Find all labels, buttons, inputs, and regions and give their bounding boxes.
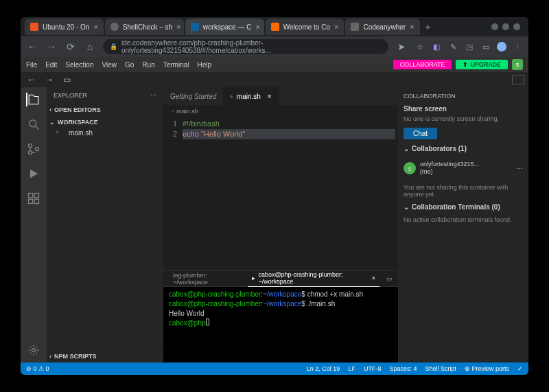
- lock-icon: 🔒: [110, 43, 117, 50]
- menu-help[interactable]: Help: [198, 61, 212, 69]
- share-status: No one is currently screen sharing.: [404, 115, 523, 122]
- svg-point-8: [32, 349, 36, 352]
- problems-status[interactable]: ⊘ 0 ⚠ 0: [26, 365, 49, 372]
- terminal-icon: ▸: [252, 275, 255, 281]
- menu-file[interactable]: File: [26, 61, 37, 69]
- close-icon[interactable]: ×: [93, 23, 97, 31]
- maximize-icon[interactable]: [502, 23, 509, 30]
- extensions-icon[interactable]: [27, 192, 40, 205]
- browser-tab[interactable]: Ubuntu 20 - On×: [25, 19, 104, 35]
- editor-area: Getting Started ▫main.sh× ▫main.sh 12 #!…: [163, 87, 398, 362]
- browser-tab[interactable]: ShellCheck – sh×: [105, 19, 184, 35]
- close-icon[interactable]: ×: [372, 275, 375, 281]
- menu-terminal[interactable]: Terminal: [163, 61, 189, 69]
- more-icon[interactable]: ⋯: [516, 165, 523, 172]
- chat-button[interactable]: Chat: [404, 128, 437, 139]
- svg-point-1: [29, 144, 32, 148]
- forward-button[interactable]: →: [45, 41, 58, 53]
- close-icon[interactable]: ×: [410, 23, 414, 31]
- svg-rect-6: [29, 199, 33, 203]
- upgrade-button[interactable]: ⬆UPGRADE: [456, 60, 508, 69]
- browser-tab-strip: Ubuntu 20 - On× ShellCheck – sh× workspa…: [21, 17, 528, 36]
- favicon-icon: [351, 23, 359, 31]
- user-name: onlyfortesting43215...(me): [420, 161, 479, 176]
- close-icon[interactable]: ×: [176, 23, 180, 31]
- url-text: ide.codeanywhere.com/php-crashing-plumbe…: [121, 39, 382, 54]
- indent-status[interactable]: Spaces: 4: [389, 365, 417, 372]
- collab-terminals-section[interactable]: ⌄Collaboration Terminals (0): [404, 203, 523, 211]
- language-status[interactable]: Shell Script: [425, 365, 456, 372]
- shell-file-icon: ▫: [230, 93, 233, 100]
- close-icon[interactable]: ×: [334, 23, 338, 31]
- new-tab-button[interactable]: +: [421, 20, 435, 34]
- url-input[interactable]: 🔒 ide.codeanywhere.com/php-crashing-plum…: [103, 39, 388, 54]
- editor-tab[interactable]: Getting Started: [163, 87, 223, 105]
- nav-forward-icon[interactable]: →: [43, 75, 56, 84]
- close-window-icon[interactable]: [513, 23, 520, 30]
- sidebar-toggle-icon[interactable]: ▭: [60, 75, 73, 84]
- reload-button[interactable]: ⟳: [65, 41, 77, 53]
- collaborator-row: s onlyfortesting43215...(me) ⋯: [404, 158, 523, 178]
- source-control-icon[interactable]: [27, 142, 40, 156]
- extension-icon[interactable]: ◧: [431, 41, 442, 52]
- code-editor[interactable]: 12 #!/bin/bash echo "Hello World": [163, 117, 398, 270]
- open-editors-section[interactable]: ›OPEN EDITORS: [47, 105, 163, 115]
- collaborate-button[interactable]: COLLABORATE: [393, 60, 452, 69]
- svg-point-3: [36, 148, 39, 151]
- svg-rect-5: [34, 194, 38, 198]
- explorer-icon[interactable]: [26, 93, 40, 106]
- explorer-header: EXPLORER ⋯: [47, 87, 163, 104]
- settings-icon[interactable]: [27, 343, 40, 357]
- browser-tab[interactable]: Welcome to Co×: [266, 19, 344, 35]
- menu-run[interactable]: Run: [142, 61, 154, 69]
- search-icon[interactable]: [27, 117, 40, 131]
- collaborators-section[interactable]: ⌄Collaborators (1): [404, 145, 523, 152]
- close-icon[interactable]: ×: [255, 23, 259, 31]
- user-avatar[interactable]: s: [512, 59, 523, 70]
- editor-tab[interactable]: ▫main.sh×: [223, 87, 278, 105]
- file-item[interactable]: ▫main.sh: [47, 127, 163, 138]
- menu-icon[interactable]: ⋮: [512, 41, 523, 52]
- terminal-output[interactable]: cabox@php-crashing-plumber:~/workspace$ …: [163, 287, 398, 362]
- extension-icon[interactable]: ✎: [447, 41, 458, 52]
- minimize-icon[interactable]: [491, 23, 498, 30]
- sharing-status: You are not sharing this container with …: [404, 184, 523, 198]
- home-button[interactable]: ⌂: [84, 41, 96, 53]
- workspace-section[interactable]: ⌄WORKSPACE: [47, 117, 163, 127]
- menu-edit[interactable]: Edit: [45, 61, 57, 69]
- terminal-tab[interactable]: ing-plumber: ~/workspace: [169, 270, 241, 287]
- browser-tab[interactable]: workspace — C×: [185, 19, 264, 35]
- menu-go[interactable]: Go: [125, 61, 134, 69]
- eol-status[interactable]: LF: [348, 365, 355, 372]
- extension-icon[interactable]: ◳: [464, 41, 475, 52]
- close-icon[interactable]: ×: [268, 93, 272, 100]
- panel-toggle-icon[interactable]: ▭: [386, 275, 393, 282]
- cursor-position[interactable]: Ln 2, Col 19: [307, 365, 340, 372]
- profile-icon[interactable]: [497, 42, 506, 51]
- nav-back-icon[interactable]: ←: [25, 75, 38, 84]
- shell-file-icon: ▫: [56, 128, 65, 137]
- preview-ports[interactable]: ⊕ Preview ports: [465, 365, 509, 372]
- menu-view[interactable]: View: [102, 61, 117, 69]
- user-avatar: s: [404, 162, 416, 174]
- star-icon[interactable]: ☆: [414, 41, 425, 52]
- share-icon[interactable]: ➤: [395, 41, 408, 53]
- breadcrumb[interactable]: ▫main.sh: [163, 105, 398, 117]
- run-debug-icon[interactable]: [27, 167, 40, 181]
- encoding-status[interactable]: UTF-8: [364, 365, 382, 372]
- terminal-tabs: ing-plumber: ~/workspace ▸cabox@php-cras…: [163, 270, 398, 287]
- terminal-tab[interactable]: ▸cabox@php-crashing-plumber: ~/workspace…: [248, 270, 379, 287]
- browser-tab[interactable]: Codeanywher×: [345, 19, 419, 35]
- browser-window: Ubuntu 20 - On× ShellCheck – sh× workspa…: [21, 17, 528, 375]
- more-icon[interactable]: ⋯: [150, 92, 156, 99]
- layout-toggle-icon[interactable]: [512, 75, 524, 84]
- code-lines[interactable]: #!/bin/bash echo "Hello World": [183, 117, 398, 270]
- window-controls: [491, 23, 524, 30]
- npm-scripts-section[interactable]: ›NPM SCRIPTS: [47, 351, 163, 361]
- back-button[interactable]: ←: [26, 41, 38, 53]
- svg-rect-7: [34, 199, 38, 203]
- extension-icon[interactable]: ▭: [480, 41, 491, 52]
- menu-selection[interactable]: Selection: [65, 61, 93, 69]
- feedback-icon[interactable]: ✓: [517, 365, 523, 372]
- shell-file-icon: ▫: [172, 108, 174, 115]
